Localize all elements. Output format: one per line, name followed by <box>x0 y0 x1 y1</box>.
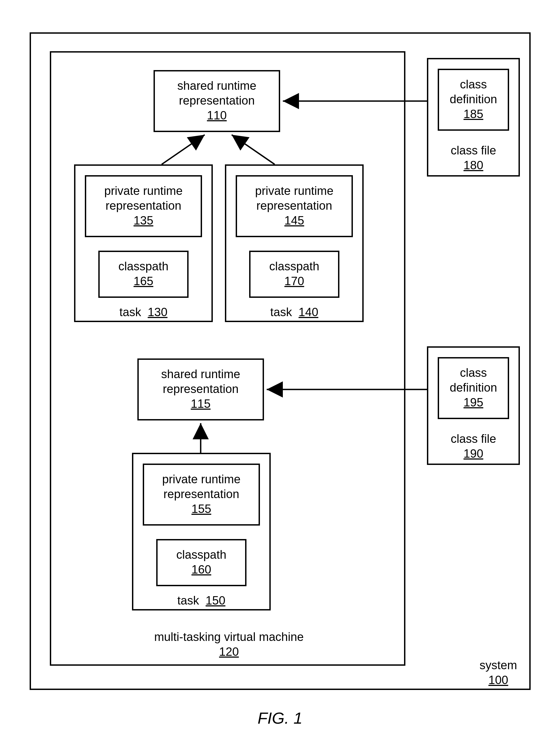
classfile2-label: class file 190 <box>427 431 520 461</box>
p3-l2: representation <box>163 487 239 501</box>
task2-label: task 140 <box>225 305 364 319</box>
cp3-label: classpath 160 <box>156 547 246 577</box>
shared-runtime-1-label: shared runtime representation 110 <box>154 78 280 123</box>
task3-id: 150 <box>205 594 225 607</box>
task3-text: task <box>177 594 199 607</box>
cd2-id: 195 <box>464 396 483 409</box>
shared-runtime-2-label: shared runtime representation 115 <box>137 367 264 411</box>
figure-caption: FIG. 1 <box>0 709 560 728</box>
classfile1-label: class file 180 <box>427 143 520 173</box>
cd2-l1: class <box>460 366 487 379</box>
system-text: system <box>479 658 517 672</box>
cp1-id: 165 <box>134 274 153 288</box>
cf1-text: class file <box>451 144 496 157</box>
p1-l2: representation <box>105 199 181 212</box>
cp3-text: classpath <box>176 548 226 561</box>
vm-id: 120 <box>219 645 239 658</box>
priv2-label: private runtime representation 145 <box>236 183 353 228</box>
p3-l1: private runtime <box>162 472 241 486</box>
sr1-l1: shared runtime <box>177 79 256 92</box>
task2-text: task <box>270 305 292 318</box>
p2-id: 145 <box>284 214 304 227</box>
vm-label: multi-tasking virtual machine 120 <box>121 629 337 659</box>
cp1-label: classpath 165 <box>98 259 188 288</box>
cd1-l1: class <box>460 78 487 91</box>
sr2-id: 115 <box>191 397 211 410</box>
cp2-text: classpath <box>269 259 319 273</box>
cf2-id: 190 <box>464 447 483 460</box>
sr2-l2: representation <box>163 382 238 395</box>
cp2-label: classpath 170 <box>249 259 339 288</box>
cf1-id: 180 <box>464 158 483 172</box>
sr2-l1: shared runtime <box>161 367 240 381</box>
priv1-label: private runtime representation 135 <box>85 183 202 228</box>
cp3-id: 160 <box>192 563 211 576</box>
p2-l2: representation <box>256 199 332 212</box>
system-id: 100 <box>488 673 508 686</box>
task2-id: 140 <box>298 305 318 318</box>
task1-id: 130 <box>147 305 167 318</box>
task3-label: task 150 <box>132 593 271 608</box>
cd1-l2: definition <box>449 93 497 106</box>
classdef1-label: class definition 185 <box>438 77 509 121</box>
p1-l1: private runtime <box>104 184 183 197</box>
sr1-id: 110 <box>207 109 226 122</box>
vm-text: multi-tasking virtual machine <box>154 630 304 643</box>
p1-id: 135 <box>134 214 153 227</box>
sr1-l2: representation <box>179 94 255 107</box>
system-label: system 100 <box>474 658 523 687</box>
cd1-id: 185 <box>464 107 483 120</box>
cp2-id: 170 <box>284 274 304 288</box>
task1-text: task <box>119 305 141 318</box>
cp1-text: classpath <box>119 259 168 273</box>
task1-label: task 130 <box>74 305 213 319</box>
priv3-label: private runtime representation 155 <box>143 472 260 516</box>
cf2-text: class file <box>451 432 496 445</box>
p2-l1: private runtime <box>255 184 334 197</box>
cd2-l2: definition <box>449 381 497 394</box>
p3-id: 155 <box>192 502 211 515</box>
figure-caption-text: FIG. 1 <box>258 709 302 727</box>
classdef2-label: class definition 195 <box>438 365 509 410</box>
